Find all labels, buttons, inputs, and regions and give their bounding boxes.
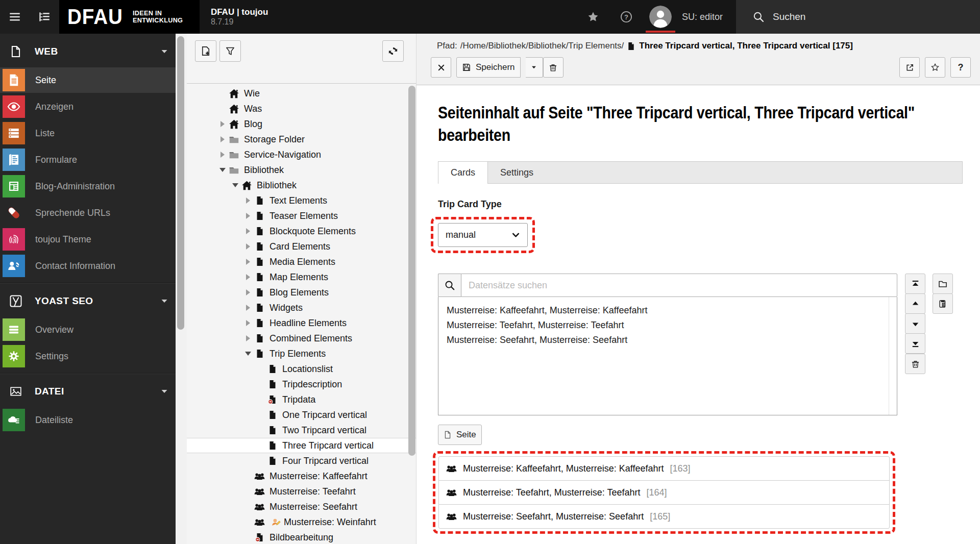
tree-item-map-elements[interactable]: Map Elements [187,269,416,285]
record-row[interactable]: Musterreise: Kaffeefahrt, Musterreise: K… [438,456,890,481]
move-down-button[interactable] [905,313,925,334]
doc-header: Pfad: /Home/Bibliothek/Bibliothek/Trip E… [416,34,980,85]
tree-item-musterreise-teefahrt[interactable]: Musterreise: Teefahrt [187,484,416,499]
listbox-option[interactable]: Musterreise: Kaffeefahrt, Musterreise: K… [447,303,897,318]
tree-item-blockquote-elements[interactable]: Blockquote Elements [187,224,416,239]
expand-arrow-icon[interactable] [242,228,254,234]
tree-item-bibliothek[interactable]: Bibliothek [187,178,416,193]
tree-item-trip-elements[interactable]: Trip Elements [187,346,416,361]
save-button[interactable]: Speichern [456,57,521,78]
paste-button[interactable] [933,293,953,314]
global-search[interactable]: Suchen [736,0,980,34]
record-search-input[interactable] [461,274,897,297]
expand-arrow-icon[interactable] [242,213,254,219]
menu-toggle-button[interactable] [0,0,30,34]
sidebar-item-blog-administration[interactable]: Blog-Administration [0,174,176,199]
bookmark-button[interactable] [925,57,945,78]
tree-item-headline-elements[interactable]: Headline Elements [187,315,416,331]
tree-item-was[interactable]: Was [187,101,416,116]
sidebar-item-anzeigen[interactable]: Anzeigen [0,94,176,119]
tree-item-media-elements[interactable]: Media Elements [187,254,416,269]
context-help-button[interactable]: ? [950,57,971,78]
collapse-arrow-icon[interactable] [229,183,241,187]
sidebar-item-overview[interactable]: Overview [0,317,176,342]
tree-item-combined-elements[interactable]: Combined Elements [187,331,416,346]
user-name[interactable]: SU: editor [678,0,736,34]
delete-button[interactable] [905,354,925,374]
filter-button[interactable] [219,40,241,62]
tree-item-widgets[interactable]: Widgets [187,300,416,315]
sidebar-section-header-web[interactable]: WEB [0,37,176,66]
collapse-arrow-icon[interactable] [242,352,254,356]
tree-item-musterreise-kaffeefahrt[interactable]: Musterreise: Kaffeefahrt [187,468,416,484]
tree-item-tripdescription[interactable]: Tripdescription [187,377,416,392]
expand-arrow-icon[interactable] [216,136,229,142]
tree-item-bildbearbeitung[interactable]: Bildbearbeitung [187,530,416,544]
expand-arrow-icon[interactable] [242,289,254,295]
tree-item-blog-elements[interactable]: Blog Elements [187,285,416,300]
tree-item-service-navigation[interactable]: Service-Navigation [187,147,416,162]
tree-item-card-elements[interactable]: Card Elements [187,239,416,254]
refresh-tree-button[interactable] [382,40,404,62]
tree-item-four-tripcard-vertical[interactable]: Four Tripcard vertical [187,453,416,468]
sidebar-item-contact-information[interactable]: Contact Information [0,253,176,279]
sidebar-item-dateiliste[interactable]: Dateiliste [0,407,176,433]
sidebar-item-settings[interactable]: Settings [0,343,176,369]
listbox-option[interactable]: Musterreise: Seefahrt, Musterreise: Seef… [447,333,897,348]
tree-item-one-tripcard-vertical[interactable]: One Tripcard vertical [187,407,416,423]
listbox-option[interactable]: Musterreise: Teefahrt, Musterreise: Teef… [447,318,897,333]
close-button[interactable] [431,57,451,78]
expand-arrow-icon[interactable] [242,197,254,204]
move-up-button[interactable] [905,293,925,314]
record-row[interactable]: Musterreise: Seefahrt, Musterreise: Seef… [438,504,890,529]
tree-item-blog[interactable]: Blog [187,116,416,132]
tab-cards[interactable]: Cards [438,161,488,184]
sidebar-item-sprechende-urls[interactable]: Sprechende URLs [0,200,176,226]
tree-item-teaser-elements[interactable]: Teaser Elements [187,208,416,224]
expand-arrow-icon[interactable] [242,243,254,250]
help-button[interactable]: ? [609,0,643,34]
sidebar-item-liste[interactable]: Liste [0,120,176,146]
tree-item-locationslist[interactable]: Locationslist [187,361,416,377]
tree-item-bibliothek[interactable]: Bibliothek [187,162,416,178]
trip-card-type-select[interactable]: manual [438,223,528,247]
tree-item-musterreise-seefahrt[interactable]: Musterreise: Seefahrt [187,499,416,514]
tree-item-storage-folder[interactable]: Storage Folder [187,132,416,147]
sidebar-section-header-yoast-seo[interactable]: YOAST SEO [0,286,176,316]
browse-folder-button[interactable] [933,274,953,294]
new-page-record-button[interactable]: Seite [438,425,482,445]
user-menu-button[interactable] [643,0,678,34]
move-to-bottom-button[interactable] [905,333,925,354]
tree-scrollbar[interactable] [408,86,415,456]
expand-arrow-icon[interactable] [242,320,254,326]
move-to-top-button[interactable] [905,274,925,294]
tree-item-wie[interactable]: Wie [187,86,416,101]
open-in-new-window-button[interactable] [899,57,920,78]
record-row[interactable]: Musterreise: Teefahrt, Musterreise: Teef… [438,480,890,505]
expand-arrow-icon[interactable] [242,259,254,265]
delete-button[interactable] [543,57,564,78]
new-page-button[interactable] [195,40,216,62]
tree-item-two-tripcard-vertical[interactable]: Two Tripcard vertical [187,423,416,438]
sidebar-section-header-datei[interactable]: DATEI [0,377,176,406]
collapse-arrow-icon[interactable] [216,168,229,172]
tab-settings[interactable]: Settings [488,162,546,183]
sidebar-item-formulare[interactable]: Formulare [0,147,176,172]
sidebar-item-seite[interactable]: Seite [0,67,176,93]
tree-item-three-tripcard-vertical[interactable]: Three Tripcard vertical [187,438,416,453]
expand-arrow-icon[interactable] [242,305,254,311]
sidebar-scrollbar[interactable] [177,36,184,330]
pagetree-toggle-button[interactable] [30,0,59,34]
expand-arrow-icon[interactable] [216,152,229,158]
tree-item-label: Two Tripcard vertical [282,425,366,436]
bookmarks-button[interactable] [577,0,609,34]
save-options-button[interactable] [526,57,543,78]
expand-arrow-icon[interactable] [242,335,254,341]
tree-item-musterreise-weinfahrt[interactable]: Musterreise: Weinfahrt [187,514,416,530]
expand-arrow-icon[interactable] [216,121,229,127]
selected-records-listbox[interactable]: Musterreise: Kaffeefahrt, Musterreise: K… [438,297,897,415]
tree-item-tripdata[interactable]: Tripdata [187,392,416,407]
sidebar-item-toujou-theme[interactable]: toujou Theme [0,227,176,252]
expand-arrow-icon[interactable] [242,274,254,280]
tree-item-text-elements[interactable]: Text Elements [187,193,416,208]
